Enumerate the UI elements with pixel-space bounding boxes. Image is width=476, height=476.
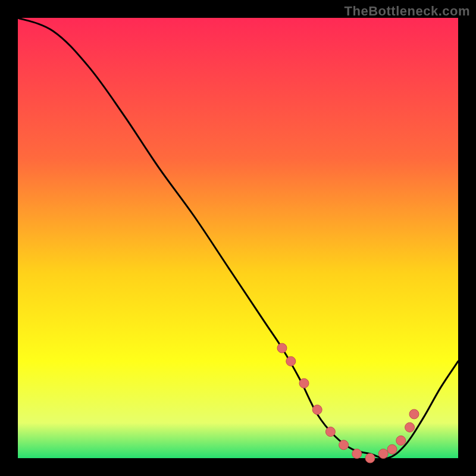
watermark-text: TheBottleneck.com (345, 4, 470, 19)
curve-dot (387, 444, 397, 454)
curve-dot (277, 343, 287, 353)
curve-dot (312, 405, 322, 415)
curve-dot (365, 453, 375, 463)
curve-dot (299, 378, 309, 388)
curve-dot (396, 436, 406, 445)
curve-dot (352, 449, 362, 459)
curve-dot (339, 440, 349, 450)
curve-dot (409, 409, 419, 419)
plot-area (18, 18, 458, 458)
curve-dot (286, 356, 296, 366)
curve-dot (378, 449, 388, 459)
chart-stage: TheBottleneck.com (0, 0, 476, 476)
curve-dot (325, 427, 335, 437)
curve-dot (405, 422, 415, 432)
gradient-plot (0, 0, 476, 476)
